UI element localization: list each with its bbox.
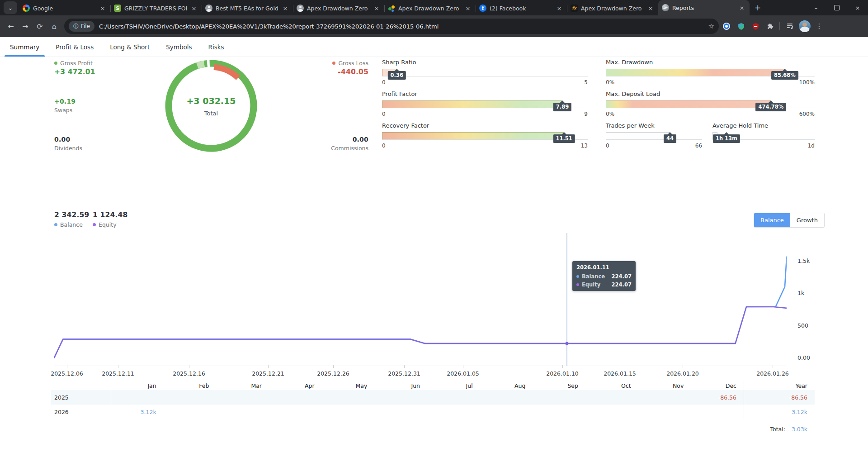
profit-loss-donut-chart: +3 032.15 Total bbox=[161, 56, 261, 156]
browser-tab-google[interactable]: Google × bbox=[19, 1, 110, 15]
month-header: Mar bbox=[216, 382, 269, 389]
total-label: Total: bbox=[770, 426, 785, 433]
browser-tab-facebook[interactable]: (2) Facebook × bbox=[476, 1, 567, 15]
gauge-value-badge: 474.78% bbox=[755, 103, 786, 111]
reload-button[interactable]: ⟳ bbox=[33, 19, 47, 33]
chrome-menu-button[interactable]: ⋮ bbox=[812, 19, 826, 33]
tab-close-icon[interactable]: × bbox=[464, 4, 472, 12]
tab-search-button[interactable]: ⌄ bbox=[4, 1, 17, 14]
donut-total-label: Total bbox=[204, 110, 218, 117]
month-header: Sep bbox=[533, 382, 585, 389]
url-text[interactable]: C:/Users/TSHIV/OneDrive/Desktop/APEX%20E… bbox=[99, 23, 704, 30]
report-nav: Summary Profit & Loss Long & Short Symbo… bbox=[0, 37, 868, 57]
tab-risks[interactable]: Risks bbox=[203, 37, 230, 57]
maximize-button[interactable] bbox=[826, 0, 847, 15]
maximize-icon bbox=[834, 5, 840, 10]
x-axis-label: 2025.12.11 bbox=[102, 370, 134, 377]
year-total-value: -86.56 bbox=[744, 394, 815, 401]
tab-close-icon[interactable]: × bbox=[646, 4, 655, 12]
x-axis-label: 2025.12.31 bbox=[388, 370, 420, 377]
chevron-down-icon: ⌄ bbox=[8, 5, 13, 11]
commissions-label: Commissions bbox=[289, 145, 368, 152]
gauge-title: Max. Deposit Load bbox=[606, 91, 815, 99]
x-axis-line bbox=[54, 366, 787, 366]
table-divider bbox=[744, 381, 744, 419]
profile-favicon-icon bbox=[205, 5, 212, 12]
tab-title: Best MT5 EAs for Gold Tra bbox=[216, 5, 278, 12]
commissions-block: 0.00 Commissions bbox=[289, 136, 368, 152]
month-header: Oct bbox=[585, 382, 638, 389]
gauge-max-drawdown: Max. Drawdown 85.68% 0%100% bbox=[606, 59, 815, 86]
profile-avatar[interactable] bbox=[798, 19, 811, 33]
browser-window: ⌄ Google × GRIZZLY TRADERS FOREX × Best … bbox=[0, 0, 868, 467]
shield-extension-icon[interactable] bbox=[734, 19, 748, 33]
gauge-value-badge: 1h 13m bbox=[713, 134, 740, 143]
gauge-max: 66 bbox=[695, 143, 702, 149]
x-axis-tick bbox=[268, 365, 269, 368]
extension-blue-icon[interactable] bbox=[720, 19, 733, 33]
tab-profit-loss[interactable]: Profit & Loss bbox=[50, 37, 99, 57]
tab-symbols[interactable]: Symbols bbox=[160, 37, 197, 57]
tab-close-icon[interactable]: × bbox=[738, 4, 746, 12]
gross-loss-value: -440.05 bbox=[289, 68, 368, 76]
tab-close-icon[interactable]: × bbox=[373, 4, 381, 12]
tab-close-icon[interactable]: × bbox=[281, 4, 289, 12]
file-scheme-chip[interactable]: ⓘ File bbox=[69, 21, 94, 32]
tab-close-icon[interactable]: × bbox=[555, 4, 563, 12]
browser-tab-apex-m[interactable]: Apex Drawdown Zero - M × bbox=[384, 1, 476, 15]
minimize-button[interactable]: – bbox=[806, 0, 826, 15]
forward-button[interactable]: → bbox=[18, 19, 33, 33]
gauge-max: 600% bbox=[799, 111, 815, 117]
tab-title: Apex Drawdown Zero MT bbox=[307, 5, 369, 12]
red-dot-icon bbox=[332, 62, 335, 65]
bookmark-star-icon[interactable]: ☆ bbox=[708, 22, 714, 30]
x-axis-label: 2026.01.26 bbox=[756, 370, 789, 377]
browser-tab-best-mt5[interactable]: Best MT5 EAs for Gold Tra × bbox=[202, 1, 293, 15]
extensions-puzzle-icon[interactable] bbox=[763, 19, 777, 33]
balance-equity-chart[interactable] bbox=[54, 233, 787, 366]
tab-title: Apex Drawdown Zero - M bbox=[398, 5, 461, 12]
gauge-value-badge: 85.68% bbox=[771, 71, 798, 80]
x-axis-label: 2025.12.21 bbox=[252, 370, 284, 377]
crosshair-point bbox=[565, 342, 568, 345]
growth-toggle-button[interactable]: Growth bbox=[790, 213, 824, 227]
new-tab-button[interactable]: + bbox=[751, 1, 764, 14]
gross-profit-value: +3 472.01 bbox=[54, 68, 95, 76]
x-axis-label: 2025.12.16 bbox=[173, 370, 205, 377]
tab-close-icon[interactable]: × bbox=[190, 4, 198, 12]
gauge-min: 0 bbox=[382, 143, 386, 149]
equity-dot-icon bbox=[576, 283, 579, 286]
shopify-favicon-icon bbox=[114, 5, 121, 12]
gauge-max: 5 bbox=[584, 79, 588, 86]
close-window-button[interactable]: × bbox=[847, 0, 868, 15]
gauge-average-hold-time: Average Hold Time 1h 13m 1d bbox=[712, 122, 815, 149]
tab-close-icon[interactable]: × bbox=[99, 4, 107, 12]
total-row: Total:3.03k bbox=[51, 424, 815, 434]
adblock-shield-icon[interactable] bbox=[749, 19, 762, 33]
report-page: Summary Profit & Loss Long & Short Symbo… bbox=[0, 37, 868, 467]
tab-long-short[interactable]: Long & Short bbox=[104, 37, 155, 57]
balance-toggle-button[interactable]: Balance bbox=[754, 213, 790, 227]
gauge-max: 100% bbox=[799, 79, 815, 86]
gauge-min: 0% bbox=[606, 111, 614, 117]
year-row-2025: 2025-86.56-86.56 bbox=[51, 390, 815, 405]
browser-tab-apex-liv[interactable]: Apex Drawdown Zero LIV × bbox=[567, 1, 658, 15]
gauge-value-badge: 0.36 bbox=[388, 71, 406, 80]
media-controls-icon[interactable] bbox=[783, 19, 797, 33]
tab-summary[interactable]: Summary bbox=[5, 37, 45, 57]
tooltip-equity-label: Equity bbox=[582, 281, 600, 288]
home-button[interactable]: ⌂ bbox=[47, 19, 61, 33]
address-bar[interactable]: ⓘ File C:/Users/TSHIV/OneDrive/Desktop/A… bbox=[64, 19, 719, 34]
month-header: May bbox=[322, 382, 375, 389]
back-button[interactable]: ← bbox=[4, 19, 18, 33]
browser-tab-apex-mt[interactable]: Apex Drawdown Zero MT × bbox=[293, 1, 384, 15]
gauge-bar bbox=[606, 132, 702, 140]
balance-stat: 2 342.59 Balance bbox=[54, 211, 90, 228]
year-row-2026: 20263.12k3.12k bbox=[51, 405, 815, 419]
dividends-block: 0.00 Dividends bbox=[54, 136, 82, 152]
tab-title: GRIZZLY TRADERS FOREX bbox=[124, 5, 187, 12]
tooltip-date: 2026.01.11 bbox=[576, 264, 632, 271]
browser-tab-reports-active[interactable]: Reports × bbox=[658, 0, 750, 15]
month-header: Apr bbox=[269, 382, 322, 389]
browser-tab-grizzly[interactable]: GRIZZLY TRADERS FOREX × bbox=[110, 1, 202, 15]
